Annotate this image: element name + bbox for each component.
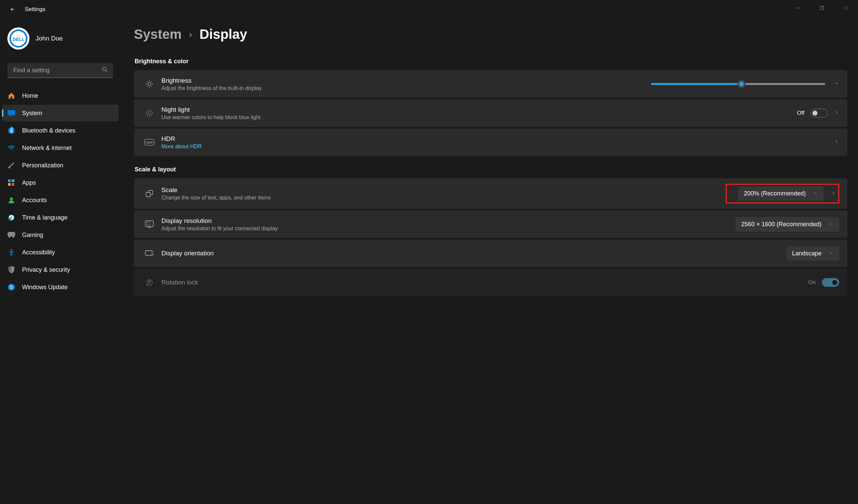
card-hdr[interactable]: HDR HDR More about HDR [134,129,847,156]
search-box[interactable] [7,63,113,78]
night-light-title: Night light [161,106,797,113]
scale-dropdown[interactable]: 200% (Recommended) [738,186,824,201]
svg-line-8 [106,70,107,72]
clock-icon [7,213,15,222]
chevron-down-icon [829,250,833,257]
svg-rect-10 [10,115,13,116]
scale-icon [142,190,157,198]
rotation-lock-icon [142,278,157,287]
card-scale[interactable]: Scale Change the size of text, apps, and… [134,178,847,209]
shield-icon [7,266,15,274]
nav-apps[interactable]: Apps [2,174,118,191]
orientation-title: Display orientation [161,250,786,257]
chevron-down-icon [813,190,818,197]
scale-sub: Change the size of text, apps, and other… [161,195,726,201]
content: System › Display Brightness & color Brig… [134,27,847,306]
card-orientation[interactable]: Display orientation Landscape [134,240,847,267]
svg-rect-13 [12,179,14,182]
brightness-slider[interactable] [651,83,825,85]
close-button[interactable] [834,0,858,16]
chevron-right-icon[interactable] [834,139,839,146]
svg-point-23 [148,83,151,86]
nav-personalization[interactable]: Personalization [2,157,118,174]
nav-label: Accessibility [22,249,55,256]
svg-rect-9 [8,110,15,115]
scale-title: Scale [161,186,726,194]
card-night-light[interactable]: Night light Use warmer colors to help bl… [134,99,847,127]
orientation-dropdown[interactable]: Landscape [786,246,839,261]
night-light-icon [142,109,157,117]
chevron-right-icon[interactable] [834,110,839,116]
chevron-right-icon[interactable] [831,191,836,197]
nav-time[interactable]: Time & language [2,209,118,226]
brush-icon [7,161,15,169]
nav: Home System Bluetooth & devices Network … [0,84,121,295]
night-light-sub: Use warmer colors to help block blue lig… [161,114,797,120]
hdr-link[interactable]: More about HDR [161,144,834,150]
rotation-title: Rotation lock [161,279,808,286]
nav-label: Privacy & security [22,266,70,273]
resolution-sub: Adjust the resolution to fit your connec… [161,226,735,232]
hdr-icon: HDR [142,139,157,146]
nav-label: Home [22,92,38,99]
username: John Doe [35,35,63,42]
profile[interactable]: DELL John Doe [0,22,121,55]
nav-home[interactable]: Home [2,87,118,104]
apps-icon [7,179,15,187]
svg-point-19 [10,234,10,234]
wifi-icon [7,144,15,152]
breadcrumb-parent[interactable]: System [134,27,181,42]
orientation-value: Landscape [792,250,822,257]
nav-gaming[interactable]: Gaming [2,227,118,243]
card-brightness[interactable]: Brightness Adjust the brightness of the … [134,70,847,98]
search-input[interactable] [13,67,107,74]
system-icon [7,109,15,117]
nav-accounts[interactable]: Accounts [2,192,118,209]
home-icon [7,92,15,100]
brightness-title: Brightness [161,77,651,84]
chevron-down-icon[interactable] [834,81,839,87]
svg-rect-1 [820,7,823,10]
accessibility-icon [7,248,15,256]
nav-bluetooth[interactable]: Bluetooth & devices [2,122,118,139]
svg-point-21 [11,249,12,251]
account-icon [7,196,15,204]
section-brightness-color: Brightness & color [134,58,847,65]
nav-label: Time & language [22,214,67,221]
slider-thumb[interactable] [737,80,746,88]
svg-rect-32 [148,282,150,283]
orientation-icon [142,250,157,257]
resolution-icon [142,221,157,228]
nav-accessibility[interactable]: Accessibility [2,244,118,261]
nav-label: Apps [22,179,36,186]
minimize-button[interactable] [786,0,810,16]
svg-point-20 [13,234,13,234]
svg-point-24 [148,112,151,115]
nav-network[interactable]: Network & internet [2,140,118,156]
brightness-sub: Adjust the brightness of the built-in di… [161,85,651,91]
svg-point-22 [8,284,15,291]
card-resolution[interactable]: Display resolution Adjust the resolution… [134,211,847,238]
nav-privacy[interactable]: Privacy & security [2,261,118,278]
bluetooth-icon [7,127,15,134]
nav-system[interactable]: System [2,105,118,121]
update-icon [7,283,15,291]
svg-text:HDR: HDR [146,141,153,144]
maximize-button[interactable] [810,0,834,16]
rotation-state: On [808,279,816,286]
hdr-title: HDR [161,135,834,143]
resolution-dropdown[interactable]: 2560 × 1600 (Recommended) [735,217,839,232]
back-button[interactable] [7,4,18,15]
chevron-down-icon [829,221,833,228]
svg-rect-12 [8,179,11,182]
resolution-value: 2560 × 1600 (Recommended) [741,221,822,228]
night-light-toggle[interactable] [810,109,828,117]
nav-update[interactable]: Windows Update [2,279,118,295]
card-rotation-lock: Rotation lock On [134,269,847,296]
search-icon [102,67,108,74]
sidebar: DELL John Doe Home System Bluetooth & de… [0,19,121,296]
nav-label: Gaming [22,232,43,239]
rotation-toggle [822,278,839,287]
highlight-annotation: 200% (Recommended) [726,184,839,204]
breadcrumb: System › Display [134,27,847,42]
